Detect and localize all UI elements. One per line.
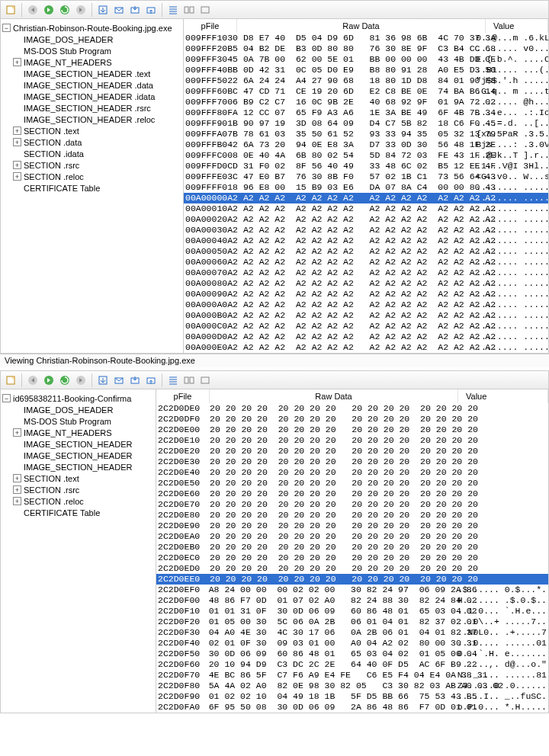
hex-row[interactable]: 00A000C0A2 A2 A2 A2 A2 A2 A2 A2 A2 A2 A2… — [184, 321, 548, 332]
back-icon[interactable] — [26, 373, 40, 387]
window-tile-icon[interactable] — [182, 3, 196, 17]
hex-row[interactable]: 009FFF40BB 0D 42 31 0C 05 D0 E9 B8 80 91… — [184, 65, 548, 75]
hex-row[interactable]: 2C2D0EC020 20 20 20 20 20 20 20 20 20 20… — [156, 553, 548, 563]
hex-row[interactable]: 00A00050A2 A2 A2 A2 A2 A2 A2 A2 A2 A2 A2… — [184, 246, 548, 257]
tree-item[interactable]: IMAGE_SECTION_HEADER .rsrc — [1, 102, 183, 114]
hex-row[interactable]: 2C2D0EF0A8 24 00 00 00 02 02 00 30 82 24… — [156, 585, 548, 595]
list-icon[interactable] — [166, 3, 180, 17]
hex-row[interactable]: 009FFFB042 6A 73 20 94 0E E8 3A D7 33 0D… — [184, 139, 548, 150]
hex-row[interactable]: 2C2D0E9020 20 20 20 20 20 20 20 20 20 20… — [156, 521, 548, 531]
hex-row[interactable]: 00A00040A2 A2 A2 A2 A2 A2 A2 A2 A2 A2 A2… — [184, 235, 548, 246]
hex-row[interactable]: 009FFF60BC 47 CD 71 CE 19 20 6D E2 C8 BE… — [184, 86, 548, 97]
hex-row[interactable]: 2C2D0FA06F 95 50 08 30 0D 06 09 2A 86 48… — [156, 702, 548, 713]
forward-icon[interactable] — [42, 373, 56, 387]
tree-root[interactable]: −id695838211-Booking-Confirma — [1, 392, 156, 404]
tree-top[interactable]: −Christian-Robinson-Route-Booking.jpg.ex… — [1, 19, 184, 353]
hex-row[interactable]: 2C2D0E4020 20 20 20 20 20 20 20 20 20 20… — [156, 467, 548, 478]
hex-row[interactable]: 2C2D0EB020 20 20 20 20 20 20 20 20 20 20… — [156, 542, 548, 553]
tree-item[interactable]: IMAGE_SECTION_HEADER .reloc — [1, 114, 183, 125]
arrow-down-icon[interactable] — [96, 373, 110, 387]
hex-row[interactable]: 009FFF901B 90 97 19 3D 08 64 09 D4 C7 5B… — [184, 118, 548, 129]
tree-item[interactable]: IMAGE_DOS_HEADER — [1, 34, 183, 45]
tree-item[interactable]: CERTIFICATE Table — [1, 507, 156, 518]
tree-bottom[interactable]: −id695838211-Booking-Confirma IMAGE_DOS_… — [1, 389, 156, 713]
hex-row[interactable]: 00A000A0A2 A2 A2 A2 A2 A2 A2 A2 A2 A2 A2… — [184, 300, 548, 310]
forward2-icon[interactable] — [74, 373, 88, 387]
hex-row[interactable]: 2C2D0E1020 20 20 20 20 20 20 20 20 20 20… — [156, 435, 548, 446]
new-icon[interactable] — [4, 3, 18, 17]
hex-row[interactable]: 009FFFE03C 47 E0 B7 76 30 8B F0 57 02 1B… — [184, 171, 548, 182]
hex-row[interactable]: 00A00090A2 A2 A2 A2 A2 A2 A2 A2 A2 A2 A2… — [184, 289, 548, 300]
tree-item[interactable]: IMAGE_SECTION_HEADER .idata — [1, 91, 183, 102]
hex-row[interactable]: 2C2D0F0048 86 F7 0D 01 07 02 A0 82 24 88… — [156, 595, 548, 606]
hex-row[interactable]: 00A00000A2 A2 A2 A2 A2 A2 A2 A2 A2 A2 A2… — [184, 193, 548, 203]
tree-item[interactable]: IMAGE_SECTION_HEADER .data — [1, 79, 183, 91]
hex-row[interactable]: 00A000B0A2 A2 A2 A2 A2 A2 A2 A2 A2 A2 A2… — [184, 310, 548, 321]
hex-row[interactable]: 009FFF5022 6A 24 24 A4 27 90 68 18 80 1D… — [184, 75, 548, 86]
hex-row[interactable]: 2C2D0F4002 01 0F 30 09 03 01 00 A0 04 A2… — [156, 638, 548, 649]
tree-item[interactable]: +SECTION .text — [1, 472, 156, 484]
new-icon[interactable] — [4, 373, 18, 387]
hex-row[interactable]: 009FFF20B5 04 B2 DE B3 0D 80 80 76 30 8E… — [184, 43, 548, 54]
hex-row[interactable]: 00A000D0A2 A2 A2 A2 A2 A2 A2 A2 A2 A2 A2… — [184, 332, 548, 342]
hex-row[interactable]: 2C2D0DF020 20 20 20 20 20 20 20 20 20 20… — [156, 414, 548, 424]
hex-row[interactable]: 009FFFC008 0E 40 4A 6B 80 02 54 5D 84 72… — [184, 150, 548, 161]
hex-row[interactable]: 2C2D0E8020 20 20 20 20 20 20 20 20 20 20… — [156, 510, 548, 521]
hex-row[interactable]: 2C2D0E3020 20 20 20 20 20 20 20 20 20 20… — [156, 456, 548, 467]
hex-row[interactable]: 2C2D0F2001 05 00 30 5C 06 0A 2B 06 01 04… — [156, 617, 548, 627]
tree-item[interactable]: +SECTION .rsrc — [1, 159, 183, 171]
tree-root[interactable]: −Christian-Robinson-Route-Booking.jpg.ex… — [1, 22, 183, 34]
tree-item[interactable]: MS-DOS Stub Program — [1, 415, 156, 427]
hex-row[interactable]: 00A00080A2 A2 A2 A2 A2 A2 A2 A2 A2 A2 A2… — [184, 278, 548, 289]
hex-row[interactable]: 2C2D0ED020 20 20 20 20 20 20 20 20 20 20… — [156, 563, 548, 574]
hex-row[interactable]: 00A00030A2 A2 A2 A2 A2 A2 A2 A2 A2 A2 A2… — [184, 225, 548, 235]
hex-row[interactable]: 00A00060A2 A2 A2 A2 A2 A2 A2 A2 A2 A2 A2… — [184, 257, 548, 267]
tree-item[interactable]: +IMAGE_NT_HEADERS — [1, 427, 156, 438]
arrow-down-icon[interactable] — [96, 3, 110, 17]
hex-row[interactable]: 00A00020A2 A2 A2 A2 A2 A2 A2 A2 A2 A2 A2… — [184, 214, 548, 225]
forward-icon[interactable] — [42, 3, 56, 17]
tree-item[interactable]: IMAGE_SECTION_HEADER — [1, 438, 156, 450]
hex-row[interactable]: 2C2D0F6020 10 94 D9 C3 DC 2C 2E 64 40 0F… — [156, 659, 548, 670]
tree-item[interactable]: IMAGE_SECTION_HEADER — [1, 461, 156, 472]
tree-item[interactable]: +SECTION .text — [1, 125, 183, 136]
window-tile-icon[interactable] — [182, 373, 196, 387]
refresh-icon[interactable] — [58, 373, 72, 387]
hex-row[interactable]: 009FFF3045 0A 7B 00 62 00 5E 01 BB 00 00… — [184, 54, 548, 65]
mail-icon[interactable] — [112, 3, 126, 17]
arrow-up-icon[interactable] — [144, 373, 158, 387]
hex-row[interactable]: 009FFFA07B 78 61 03 35 50 61 52 93 33 94… — [184, 129, 548, 139]
hex-row[interactable]: 2C2D0EE020 20 20 20 20 20 20 20 20 20 20… — [156, 574, 548, 585]
tree-item[interactable]: IMAGE_DOS_HEADER — [1, 404, 156, 415]
arrow-up-icon[interactable] — [144, 3, 158, 17]
hex-row[interactable]: 2C2D0F805A 4A 02 A0 82 0E 98 30 82 05 C3… — [156, 681, 548, 691]
window-single-icon[interactable] — [198, 3, 212, 17]
hex-row[interactable]: 00A000E0A2 A2 A2 A2 A2 A2 A2 A2 A2 A2 A2… — [184, 342, 548, 353]
hex-row[interactable]: 00A00070A2 A2 A2 A2 A2 A2 A2 A2 A2 A2 A2… — [184, 267, 548, 278]
forward2-icon[interactable] — [74, 3, 88, 17]
tree-item[interactable]: +SECTION .reloc — [1, 171, 183, 182]
hex-row[interactable]: 2C2D0F3004 A0 4E 30 4C 30 17 06 0A 2B 06… — [156, 627, 548, 638]
refresh-icon[interactable] — [58, 3, 72, 17]
hex-row[interactable]: 2C2D0F5030 0D 06 09 60 86 48 01 65 03 04… — [156, 649, 548, 659]
hex-row[interactable]: 009FFFD0CD 31 F0 02 8F 56 40 49 33 48 6C… — [184, 161, 548, 171]
tree-item[interactable]: MS-DOS Stub Program — [1, 45, 183, 56]
arrow-down2-icon[interactable] — [128, 3, 142, 17]
back-icon[interactable] — [26, 3, 40, 17]
hex-row[interactable]: 2C2D0E0020 20 20 20 20 20 20 20 20 20 20… — [156, 424, 548, 435]
tree-item[interactable]: CERTIFICATE Table — [1, 182, 183, 194]
hex-row[interactable]: 2C2D0EA020 20 20 20 20 20 20 20 20 20 20… — [156, 531, 548, 542]
tree-item[interactable]: +SECTION .data — [1, 136, 183, 148]
hex-row[interactable]: 009FFF7006 B9 C2 C7 16 0C 9B 2E 40 68 92… — [184, 97, 548, 107]
hex-row[interactable]: 009FFFF018 96 E8 00 15 B9 03 E6 DA 07 8A… — [184, 182, 548, 193]
hex-row[interactable]: 2C2D0E2020 20 20 20 20 20 20 20 20 20 20… — [156, 446, 548, 456]
hex-row[interactable]: 009FFF80FA 12 CC 07 65 F9 A3 A6 1E 3A BE… — [184, 107, 548, 118]
hex-row[interactable]: 2C2D0F9001 02 02 10 04 49 18 1B 5F D5 BB… — [156, 691, 548, 702]
hex-row[interactable]: 2C2D0E6020 20 20 20 20 20 20 20 20 20 20… — [156, 489, 548, 499]
arrow-down2-icon[interactable] — [128, 373, 142, 387]
mail-icon[interactable] — [112, 373, 126, 387]
tree-item[interactable]: SECTION .idata — [1, 148, 183, 159]
tree-item[interactable]: IMAGE_SECTION_HEADER .text — [1, 68, 183, 79]
hex-row[interactable]: 2C2D0E5020 20 20 20 20 20 20 20 20 20 20… — [156, 478, 548, 489]
hex-row[interactable]: 009FFF1030 D8 E7 40 D5 04 D9 6D 81 36 98… — [184, 33, 548, 43]
